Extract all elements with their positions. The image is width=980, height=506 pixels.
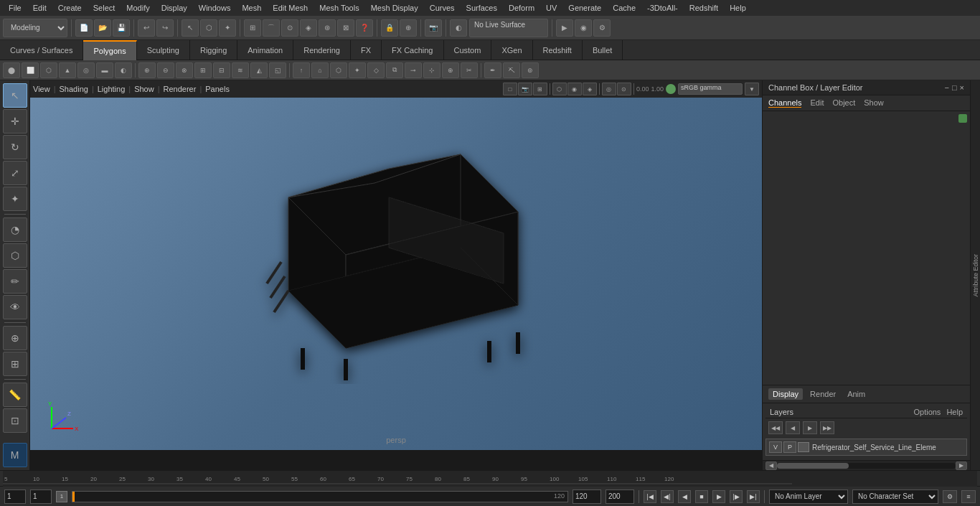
quad-tool[interactable]: ◱ <box>269 62 286 78</box>
tab-rendering[interactable]: Rendering <box>293 40 351 60</box>
menu-edit-mesh[interactable]: Edit Mesh <box>267 2 314 14</box>
channel-box-max-btn[interactable]: □ <box>952 83 957 92</box>
viewport-menu-renderer[interactable]: Renderer <box>164 85 197 93</box>
new-scene-btn[interactable]: 📄 <box>75 19 93 37</box>
booleans-tool[interactable]: ⊞ <box>194 62 212 78</box>
soft-select-btn[interactable]: ◔ <box>3 217 27 242</box>
menu-mesh-tools[interactable]: Mesh Tools <box>314 2 364 14</box>
tab-xgen[interactable]: XGen <box>491 40 532 60</box>
menu-display[interactable]: Display <box>156 2 193 14</box>
layer-forward-btn[interactable]: ▶ <box>803 421 817 434</box>
camera-nav-btn[interactable]: 👁 <box>3 295 27 319</box>
vp-xray-btn[interactable]: ⊙ <box>617 83 631 95</box>
snap-together-btn[interactable]: ⊞ <box>3 352 27 376</box>
timeline-ruler[interactable]: 5 10 15 20 25 30 35 40 45 50 55 60 65 70… <box>3 471 977 487</box>
merge-tool[interactable]: ⊕ <box>442 62 459 78</box>
mirror-tool[interactable]: ⊟ <box>213 62 230 78</box>
menu-modify[interactable]: Modify <box>121 2 155 14</box>
render-btn[interactable]: ▶ <box>556 19 573 37</box>
select-tool-btn[interactable]: ↖ <box>3 83 27 108</box>
detach-tool[interactable]: ⊹ <box>423 62 440 78</box>
tab-bullet[interactable]: Bullet <box>583 40 623 60</box>
vp-smooth-btn[interactable]: ◉ <box>567 83 582 95</box>
viewport-menu-view[interactable]: View <box>33 85 50 93</box>
tab-curves-surfaces[interactable]: Curves / Surfaces <box>0 40 83 60</box>
char-set-extra-btn[interactable]: ≡ <box>961 490 976 503</box>
open-scene-btn[interactable]: 📂 <box>94 19 111 37</box>
lasso-select-btn[interactable]: ⬡ <box>3 243 27 268</box>
undo-btn[interactable]: ↩ <box>138 19 155 37</box>
torus-tool[interactable]: ◎ <box>77 62 95 78</box>
tab-sculpting[interactable]: Sculpting <box>137 40 190 60</box>
connect-tool[interactable]: ⊸ <box>405 62 422 78</box>
cylinder-tool[interactable]: ⬡ <box>40 62 57 78</box>
pen-tool[interactable]: ✒ <box>484 62 501 78</box>
scale-tool-btn[interactable]: ⤢ <box>3 161 27 185</box>
anim-layer-dropdown[interactable]: No Anim Layer <box>769 489 848 504</box>
combine-tool[interactable]: ⊕ <box>138 62 156 78</box>
color-space-chevron[interactable]: ▼ <box>745 83 759 95</box>
char-set-dropdown[interactable]: No Character Set <box>852 489 938 504</box>
tab-fx-caching[interactable]: FX Caching <box>382 40 443 60</box>
duplicate-face-tool[interactable]: ⧉ <box>386 62 403 78</box>
start-frame-input[interactable] <box>4 489 26 504</box>
show-manipulator-btn[interactable]: ⊕ <box>3 326 27 350</box>
ipr-btn[interactable]: ◉ <box>575 19 592 37</box>
go-end-btn[interactable]: ▶| <box>747 490 760 503</box>
menu-3dtoall[interactable]: -3DtoAll- <box>641 2 684 14</box>
separate-tool[interactable]: ⊖ <box>157 62 174 78</box>
play-fwd-btn[interactable]: ▶ <box>712 490 725 503</box>
workspace-dropdown[interactable]: Modeling <box>3 19 67 37</box>
cone-tool[interactable]: ▲ <box>59 62 76 78</box>
ch-tab-edit[interactable]: Edit <box>810 98 824 108</box>
menu-help[interactable]: Help <box>724 2 752 14</box>
layer-end-btn[interactable]: ▶▶ <box>820 421 834 434</box>
menu-generate[interactable]: Generate <box>562 2 607 14</box>
wedge-tool[interactable]: ◇ <box>367 62 385 78</box>
menu-curves[interactable]: Curves <box>424 2 461 14</box>
live-surface-icon[interactable]: ◐ <box>450 19 467 37</box>
layer-back-btn[interactable]: ◀ <box>786 421 800 434</box>
disk-tool[interactable]: ◐ <box>115 62 132 78</box>
timeline-progress-bar[interactable]: 120 <box>72 491 568 502</box>
end-frame-input[interactable] <box>573 489 601 504</box>
vp-flat-btn[interactable]: ◈ <box>583 83 597 95</box>
tab-redshift[interactable]: Redshift <box>533 40 583 60</box>
extrude-tool[interactable]: ↑ <box>293 62 310 78</box>
layer-p-toggle[interactable]: P <box>783 441 796 453</box>
menu-surfaces[interactable]: Surfaces <box>461 2 503 14</box>
scroll-left-btn[interactable]: ◀ <box>765 462 777 470</box>
scroll-right-btn[interactable]: ▶ <box>956 462 967 470</box>
smooth-tool[interactable]: ≋ <box>232 62 249 78</box>
color-space-dropdown[interactable]: sRGB gamma <box>678 83 743 95</box>
extract-tool[interactable]: ⊗ <box>176 62 193 78</box>
attribute-editor-label[interactable]: Attribute Editor <box>970 80 980 470</box>
menu-deform[interactable]: Deform <box>503 2 540 14</box>
vp-camera-btn[interactable]: 📷 <box>518 83 532 95</box>
maya-logo-btn[interactable]: M <box>3 443 27 467</box>
layer-item[interactable]: V P Refrigerator_Self_Service_Line_Eleme <box>765 439 967 456</box>
display-tab-display[interactable]: Display <box>768 388 803 400</box>
split-poly-tool[interactable]: ✂ <box>461 62 478 78</box>
ch-tab-show[interactable]: Show <box>864 98 884 108</box>
render-region-btn[interactable]: ⊡ <box>3 408 27 433</box>
lasso-btn[interactable]: ⬡ <box>200 19 217 37</box>
layer-add-btn[interactable]: ◀◀ <box>768 421 783 434</box>
ch-tab-channels[interactable]: Channels <box>768 98 801 108</box>
scroll-thumb[interactable] <box>777 463 849 469</box>
snap-grid-btn[interactable]: ⊞ <box>244 19 261 37</box>
snap-live-btn[interactable]: ⊛ <box>319 19 336 37</box>
sculpt-tool[interactable]: ⛏ <box>503 62 520 78</box>
viewport[interactable]: View | Shading | Lighting | Show | Rende… <box>30 80 762 470</box>
go-start-btn[interactable]: |◀ <box>644 490 656 503</box>
tab-fx[interactable]: FX <box>351 40 382 60</box>
viewport-canvas[interactable]: X Y Z persp <box>30 98 762 450</box>
display-tab-anim[interactable]: Anim <box>843 388 870 400</box>
vp-wireframe-btn[interactable]: ⬡ <box>552 83 567 95</box>
triangulate-tool[interactable]: ◭ <box>250 62 268 78</box>
step-back-btn[interactable]: ◀| <box>661 490 674 503</box>
char-set-options-btn[interactable]: ⚙ <box>943 490 957 503</box>
cube-tool[interactable]: ⬜ <box>22 62 39 78</box>
current-frame-input[interactable] <box>30 489 52 504</box>
snap-view-btn[interactable]: ◈ <box>300 19 317 37</box>
